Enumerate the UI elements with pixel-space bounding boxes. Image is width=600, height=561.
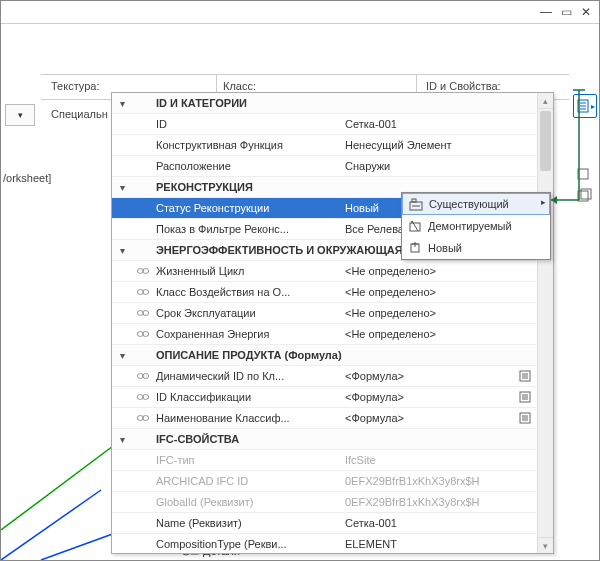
property-value[interactable]: <Не определено>: [339, 307, 514, 319]
disclosure-triangle-icon[interactable]: ▾: [112, 350, 132, 361]
disclosure-triangle-icon[interactable]: ▾: [112, 182, 132, 193]
property-name: Жизненный Цикл: [154, 265, 339, 277]
link-chain-icon: [132, 370, 154, 382]
property-value[interactable]: <Формула>: [339, 391, 514, 403]
property-value[interactable]: ELEMENT: [339, 538, 514, 550]
group-name: IFC-СВОЙСТВА: [154, 433, 536, 445]
property-name: Динамический ID по Кл...: [154, 370, 339, 382]
flyout-arrow-icon: ▸: [541, 197, 546, 207]
property-value[interactable]: IfcSite: [339, 454, 514, 466]
properties-panel: ▾ID И КАТЕГОРИИIDСетка-001Конструктивная…: [111, 92, 554, 554]
property-row[interactable]: CompositionType (Рекви...ELEMENT: [112, 534, 536, 553]
property-value[interactable]: <Не определено>: [339, 328, 514, 340]
property-name: Расположение: [154, 160, 339, 172]
property-row[interactable]: Наименование Классиф...<Формула>: [112, 408, 536, 429]
property-group-header[interactable]: ▾ОПИСАНИЕ ПРОДУКТА (Формула): [112, 345, 536, 366]
svg-rect-39: [412, 199, 416, 202]
property-name: Конструктивная Функция: [154, 139, 339, 151]
property-row[interactable]: Жизненный Цикл<Не определено>: [112, 261, 536, 282]
property-row[interactable]: РасположениеСнаружи: [112, 156, 536, 177]
title-bar: — ▭ ✕: [1, 1, 599, 23]
property-value[interactable]: <Не определено>: [339, 286, 514, 298]
link-chain-icon: [132, 412, 154, 424]
link-chain-icon: [132, 307, 154, 319]
texture-dropdown[interactable]: ▾: [5, 104, 35, 126]
formula-calc-icon[interactable]: [514, 370, 536, 382]
restore-icon[interactable]: ▭: [559, 5, 573, 19]
worksheet-label: /orksheet]: [3, 172, 51, 184]
property-row[interactable]: Name (Реквизит)Сетка-001: [112, 513, 536, 534]
property-value[interactable]: Сетка-001: [339, 517, 514, 529]
property-value[interactable]: <Формула>: [339, 412, 514, 424]
flyout-item-demolish[interactable]: Демонтируемый: [402, 215, 550, 237]
property-name: CompositionType (Рекви...: [154, 538, 339, 550]
property-name: ID Классификации: [154, 391, 339, 403]
status-flyout-menu: ▸ Существующий Демонтируемый Новый: [401, 192, 551, 260]
property-value[interactable]: Сетка-001: [339, 118, 514, 130]
flyout-item-existing[interactable]: Существующий: [402, 193, 550, 215]
special-label: Специальн: [51, 108, 108, 120]
property-row[interactable]: Сохраненная Энергия<Не определено>: [112, 324, 536, 345]
scroll-down-arrow[interactable]: ▾: [538, 537, 553, 553]
flyout-item-label: Существующий: [429, 198, 509, 210]
property-name: ID: [154, 118, 339, 130]
property-row[interactable]: ID Классификации<Формула>: [112, 387, 536, 408]
link-chain-icon: [132, 391, 154, 403]
chevron-down-icon: ▾: [18, 110, 23, 120]
property-row[interactable]: Конструктивная ФункцияНенесущий Элемент: [112, 135, 536, 156]
link-chain-icon: [132, 286, 154, 298]
property-value[interactable]: Снаружи: [339, 160, 514, 172]
disclosure-triangle-icon[interactable]: ▾: [112, 98, 132, 109]
property-row[interactable]: GlobalId (Реквизит)0EFX29BfrB1xKhX3y8rx$…: [112, 492, 536, 513]
formula-calc-icon[interactable]: [514, 391, 536, 403]
property-value[interactable]: 0EFX29BfrB1xKhX3y8rx$H: [339, 475, 514, 487]
link-chain-icon: [132, 265, 154, 277]
property-name: Сохраненная Энергия: [154, 328, 339, 340]
property-name: Статус Реконструкции: [154, 202, 339, 214]
group-name: ID И КАТЕГОРИИ: [154, 97, 536, 109]
svg-rect-4: [578, 169, 588, 179]
group-name: ОПИСАНИЕ ПРОДУКТА (Формула): [154, 349, 536, 361]
disclosure-triangle-icon[interactable]: ▾: [112, 434, 132, 445]
property-name: ARCHICAD IFC ID: [154, 475, 339, 487]
formula-calc-icon[interactable]: [514, 412, 536, 424]
property-name: GlobalId (Реквизит): [154, 496, 339, 508]
svg-point-43: [411, 221, 413, 223]
property-group-header[interactable]: ▾IFC-СВОЙСТВА: [112, 429, 536, 450]
flyout-item-label: Демонтируемый: [428, 220, 512, 232]
side-tool-b[interactable]: [575, 186, 595, 206]
vertical-scrollbar[interactable]: ▴ ▾: [537, 93, 553, 553]
minimize-icon[interactable]: —: [539, 5, 553, 19]
properties-panel-button[interactable]: ▸: [573, 94, 597, 118]
property-row[interactable]: Динамический ID по Кл...<Формула>: [112, 366, 536, 387]
flyout-item-new[interactable]: Новый: [402, 237, 550, 259]
property-row[interactable]: Класс Воздействия на О...<Не определено>: [112, 282, 536, 303]
disclosure-triangle-icon[interactable]: ▾: [112, 245, 132, 256]
property-row[interactable]: Срок Эксплуатации<Не определено>: [112, 303, 536, 324]
property-row[interactable]: IFC-типIfcSite: [112, 450, 536, 471]
property-value[interactable]: 0EFX29BfrB1xKhX3y8rx$H: [339, 496, 514, 508]
property-value[interactable]: <Формула>: [339, 370, 514, 382]
idprops-label: ID и Свойства:: [426, 80, 501, 92]
svg-line-8: [1, 490, 101, 560]
flyout-item-label: Новый: [428, 242, 462, 254]
property-name: Name (Реквизит): [154, 517, 339, 529]
property-name: Срок Эксплуатации: [154, 307, 339, 319]
svg-rect-41: [410, 223, 420, 231]
svg-line-7: [1, 440, 121, 530]
close-icon[interactable]: ✕: [579, 5, 593, 19]
property-name: Показ в Фильтре Реконс...: [154, 223, 339, 235]
property-value[interactable]: <Не определено>: [339, 265, 514, 277]
property-row[interactable]: IDСетка-001: [112, 114, 536, 135]
scroll-thumb[interactable]: [540, 111, 551, 171]
existing-icon: [409, 197, 423, 211]
property-name: IFC-тип: [154, 454, 339, 466]
property-value[interactable]: Ненесущий Элемент: [339, 139, 514, 151]
property-row[interactable]: ARCHICAD IFC ID0EFX29BfrB1xKhX3y8rx$H: [112, 471, 536, 492]
side-tool-a[interactable]: [575, 164, 595, 184]
property-group-header[interactable]: ▾ID И КАТЕГОРИИ: [112, 93, 536, 114]
scroll-up-arrow[interactable]: ▴: [538, 93, 553, 109]
new-icon: [408, 241, 422, 255]
demolish-icon: [408, 219, 422, 233]
link-chain-icon: [132, 328, 154, 340]
